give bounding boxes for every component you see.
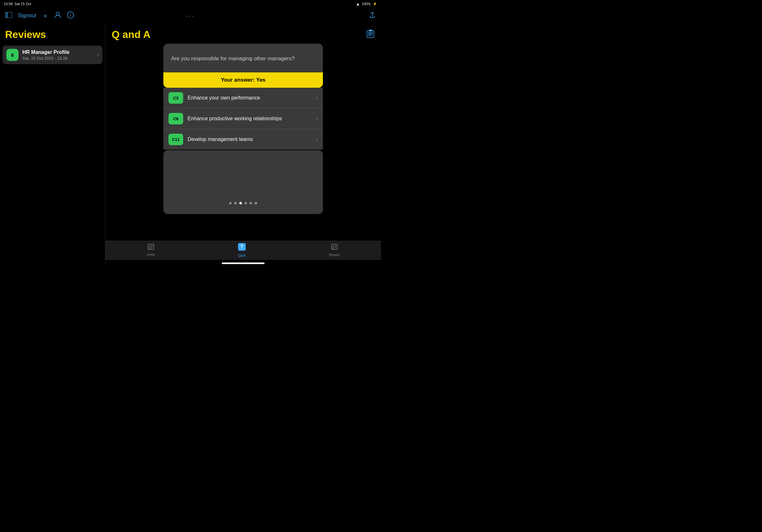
report-icon bbox=[331, 243, 338, 252]
status-time: 13:58 bbox=[4, 2, 13, 6]
result-item-c3[interactable]: C3 Enhance your own performance › bbox=[163, 88, 323, 108]
page-dot-3 bbox=[239, 202, 242, 204]
sidebar-item-title: HR Manager Profile bbox=[22, 49, 93, 55]
result-chevron-c11: › bbox=[316, 137, 318, 142]
question-card: Are you responsible for managing other m… bbox=[163, 44, 323, 88]
svg-text:i: i bbox=[70, 13, 71, 18]
sidebar-title: Reviews bbox=[0, 24, 105, 44]
tab-units[interactable]: Units bbox=[140, 242, 161, 258]
units-icon bbox=[147, 243, 154, 252]
result-badge-c6: C6 bbox=[169, 113, 183, 124]
status-bar: 13:58 Sat 15 Oct ▲ 100% ⚡ bbox=[0, 0, 381, 8]
card-area: Are you responsible for managing other m… bbox=[105, 44, 381, 241]
sidebar: Reviews 8 HR Manager Profile Sat, 15 Oct… bbox=[0, 24, 105, 266]
home-indicator-container bbox=[105, 260, 381, 266]
result-items-container: C3 Enhance your own performance › C6 Enh… bbox=[163, 88, 323, 150]
result-badge-c11: C11 bbox=[169, 134, 183, 145]
answer-text: Your answer: Yes bbox=[163, 72, 323, 88]
nav-right bbox=[369, 12, 376, 20]
page-dot-2 bbox=[234, 202, 237, 204]
tab-report-label: Report bbox=[329, 253, 340, 257]
tab-bar: Units ? Q&A Report bbox=[105, 241, 381, 260]
nav-left: Signout ＋ i bbox=[5, 12, 74, 20]
sidebar-item-hr-profile[interactable]: 8 HR Manager Profile Sat, 15 Oct 2022 - … bbox=[3, 46, 103, 64]
svg-text:?: ? bbox=[240, 244, 244, 249]
page-dot-6 bbox=[255, 202, 257, 204]
signout-button[interactable]: Signout bbox=[18, 13, 37, 19]
page-dot-1 bbox=[229, 202, 232, 204]
main-content: Q and A Are you responsible for managing… bbox=[105, 24, 381, 266]
battery-indicator: 100% bbox=[362, 2, 371, 6]
result-label-c3: Enhance your own performance bbox=[188, 95, 312, 101]
main-title: Q and A bbox=[112, 29, 150, 40]
tab-units-label: Units bbox=[147, 253, 155, 256]
share-icon[interactable] bbox=[369, 12, 376, 20]
result-chevron-c6: › bbox=[316, 116, 318, 121]
battery-icon: ⚡ bbox=[373, 2, 377, 6]
svg-rect-1 bbox=[5, 12, 7, 18]
result-item-c11[interactable]: C11 Develop management teams › bbox=[163, 129, 323, 150]
add-icon[interactable]: ＋ bbox=[42, 12, 48, 20]
result-label-c11: Develop management teams bbox=[188, 137, 312, 142]
result-chevron-c3: › bbox=[316, 95, 318, 101]
sidebar-chevron-icon: › bbox=[97, 52, 99, 58]
status-left: 13:58 Sat 15 Oct bbox=[4, 2, 31, 6]
pagination bbox=[229, 202, 257, 204]
person-icon[interactable] bbox=[54, 12, 61, 20]
sidebar-item-subtitle: Sat, 15 Oct 2022 - 13:28 bbox=[22, 56, 93, 61]
wifi-icon: ▲ bbox=[356, 2, 360, 6]
clipboard-icon[interactable] bbox=[366, 29, 375, 40]
svg-rect-7 bbox=[368, 31, 373, 37]
result-badge-c3: C3 bbox=[169, 92, 183, 104]
home-indicator bbox=[222, 262, 265, 264]
tab-report[interactable]: Report bbox=[323, 242, 346, 258]
qa-icon: ? bbox=[238, 243, 246, 253]
dots-menu[interactable]: ··· bbox=[186, 12, 195, 20]
status-date: Sat 15 Oct bbox=[15, 2, 31, 6]
bottom-card bbox=[163, 150, 323, 214]
nav-bar: Signout ＋ i ··· bbox=[0, 8, 381, 24]
sidebar-badge: 8 bbox=[6, 49, 19, 61]
svg-rect-11 bbox=[369, 30, 372, 31]
status-right: ▲ 100% ⚡ bbox=[356, 2, 377, 6]
info-icon[interactable]: i bbox=[67, 12, 74, 20]
tab-qa[interactable]: ? Q&A bbox=[231, 241, 253, 259]
svg-point-3 bbox=[56, 12, 59, 15]
main-header: Q and A bbox=[105, 24, 381, 44]
sidebar-item-info: HR Manager Profile Sat, 15 Oct 2022 - 13… bbox=[22, 49, 93, 61]
result-label-c6: Enhance productive working relationships bbox=[188, 116, 312, 121]
sidebar-toggle-icon[interactable] bbox=[5, 12, 12, 20]
main-card-container: Are you responsible for managing other m… bbox=[163, 44, 323, 214]
result-item-c6[interactable]: C6 Enhance productive working relationsh… bbox=[163, 108, 323, 129]
page-dot-4 bbox=[244, 202, 247, 204]
page-dot-5 bbox=[250, 202, 252, 204]
question-text: Are you responsible for managing other m… bbox=[163, 44, 323, 72]
tab-qa-label: Q&A bbox=[238, 253, 245, 257]
